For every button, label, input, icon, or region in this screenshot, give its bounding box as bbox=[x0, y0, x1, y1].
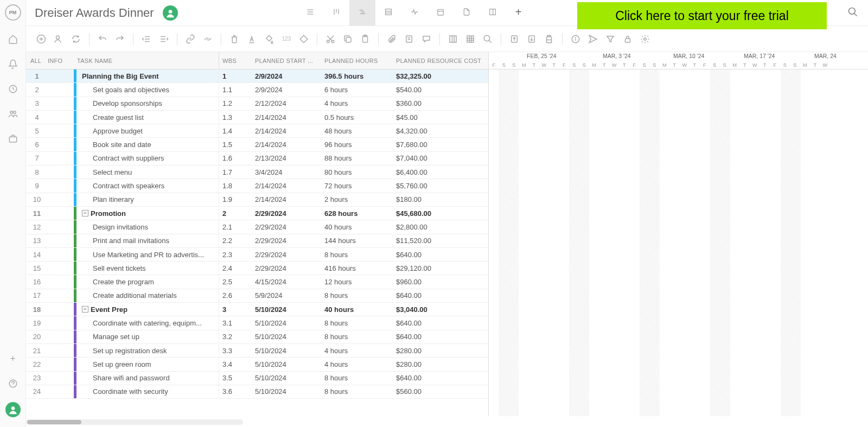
note-icon[interactable] bbox=[401, 31, 417, 47]
unlink-icon[interactable] bbox=[200, 31, 215, 47]
task-name: Contract with speakers bbox=[93, 182, 164, 190]
collapse-icon[interactable]: − bbox=[82, 306, 88, 313]
col-wbs[interactable]: WBS bbox=[219, 58, 252, 64]
filter-icon[interactable] bbox=[603, 31, 618, 47]
view-gantt-icon[interactable] bbox=[349, 0, 375, 26]
task-row[interactable]: 16Create the program2.54/15/202412 hours… bbox=[26, 275, 488, 289]
task-row[interactable]: 17Create additional materials2.65/9/2024… bbox=[26, 289, 488, 303]
task-row[interactable]: 1Planning the Big Event12/9/2024396.5 ho… bbox=[26, 69, 488, 83]
settings-icon[interactable] bbox=[637, 31, 653, 47]
view-sheet-icon[interactable] bbox=[375, 0, 401, 26]
col-taskname[interactable]: TASK NAME bbox=[74, 52, 219, 69]
task-row[interactable]: 18−Event Prep35/10/202440 hours$3,040.00 bbox=[26, 303, 488, 316]
task-row[interactable]: 14Use Marketing and PR to advertis...2.3… bbox=[26, 248, 488, 262]
tag-icon[interactable] bbox=[296, 31, 311, 47]
import-icon[interactable] bbox=[507, 31, 522, 47]
print-icon[interactable] bbox=[541, 31, 557, 47]
briefcase-icon[interactable] bbox=[7, 132, 20, 145]
task-row[interactable]: 13Print and mail invitations2.22/29/2024… bbox=[26, 234, 488, 248]
view-calendar-icon[interactable] bbox=[427, 0, 454, 26]
view-panel-icon[interactable] bbox=[480, 0, 506, 26]
export-icon[interactable] bbox=[524, 31, 539, 47]
task-row[interactable]: 11−Promotion22/29/2024628 hours$45,680.0… bbox=[26, 207, 488, 220]
task-name: Plan itinerary bbox=[93, 195, 134, 203]
task-row[interactable]: 5Approve budget1.42/14/202448 hours$4,32… bbox=[26, 124, 488, 138]
view-add-icon[interactable]: + bbox=[506, 0, 532, 26]
collapse-icon[interactable]: − bbox=[82, 210, 88, 216]
attach-icon[interactable] bbox=[384, 31, 399, 47]
task-name: Develop sponsorships bbox=[93, 99, 162, 107]
month-label: MAR, 3 '24 bbox=[603, 53, 631, 59]
link-icon[interactable] bbox=[183, 31, 198, 47]
task-row[interactable]: 9Contract with speakers1.82/14/202472 ho… bbox=[26, 179, 488, 193]
indent-icon[interactable] bbox=[156, 31, 171, 47]
col-info[interactable]: INFO bbox=[48, 58, 74, 64]
task-row[interactable]: 4Create guest list1.32/14/20240.5 hours$… bbox=[26, 111, 488, 124]
help-icon[interactable] bbox=[7, 377, 20, 390]
lock-icon[interactable] bbox=[620, 31, 635, 47]
app-logo[interactable]: PM bbox=[5, 4, 21, 21]
comment-icon[interactable] bbox=[419, 31, 434, 47]
send-icon[interactable] bbox=[585, 31, 601, 47]
month-label: FEB, 25 '24 bbox=[527, 53, 557, 59]
gantt-chart[interactable]: FEB, 25 '24MAR, 3 '24MAR, 10 '24MAR, 17 … bbox=[488, 52, 868, 416]
free-trial-banner[interactable]: Click here to start your free trial bbox=[577, 2, 827, 29]
add-task-icon[interactable] bbox=[34, 31, 49, 47]
search-icon[interactable] bbox=[847, 7, 858, 19]
col-cost[interactable]: PLANNED RESOURCE COST bbox=[393, 58, 485, 64]
col-start[interactable]: PLANNED START ... bbox=[252, 58, 321, 64]
team-icon[interactable] bbox=[7, 107, 20, 120]
columns-icon[interactable] bbox=[445, 31, 461, 47]
task-row[interactable]: 12Design invitations2.12/29/202440 hours… bbox=[26, 220, 488, 234]
bell-icon[interactable] bbox=[7, 58, 20, 71]
copy-icon[interactable] bbox=[340, 31, 355, 47]
view-file-icon[interactable] bbox=[454, 0, 480, 26]
task-name: Approve budget bbox=[93, 127, 143, 135]
task-row[interactable]: 15Sell event tickets2.42/29/2024416 hour… bbox=[26, 262, 488, 275]
undo-icon[interactable] bbox=[95, 31, 110, 47]
grid-icon[interactable] bbox=[463, 31, 478, 47]
view-list-icon[interactable] bbox=[297, 0, 323, 26]
clock-icon[interactable] bbox=[7, 82, 20, 95]
task-row[interactable]: 23Share wifi and password3.55/10/20248 h… bbox=[26, 372, 488, 385]
task-row[interactable]: 24Coordinate with security3.65/10/20248 … bbox=[26, 385, 488, 399]
outdent-icon[interactable] bbox=[139, 31, 154, 47]
project-avatar[interactable] bbox=[163, 5, 178, 21]
task-row[interactable]: 21Set up registration desk3.35/10/20244 … bbox=[26, 344, 488, 358]
add-icon[interactable]: + bbox=[7, 352, 20, 365]
zoom-icon[interactable] bbox=[480, 31, 495, 47]
svg-point-64 bbox=[576, 37, 576, 37]
delete-icon[interactable] bbox=[227, 31, 242, 47]
task-row[interactable]: 10Plan itinerary1.92/14/20242 hours$180.… bbox=[26, 193, 488, 207]
view-activity-icon[interactable] bbox=[401, 0, 427, 26]
task-row[interactable]: 6Book site and date1.52/14/202496 hours$… bbox=[26, 138, 488, 151]
svg-rect-16 bbox=[385, 9, 391, 15]
task-row[interactable]: 7Contract with suppliers1.62/13/202488 h… bbox=[26, 152, 488, 165]
month-label: MAR, 17 '24 bbox=[744, 53, 775, 59]
svg-rect-61 bbox=[547, 35, 551, 36]
view-board-icon[interactable] bbox=[323, 0, 349, 26]
user-avatar[interactable] bbox=[5, 402, 21, 417]
assign-icon[interactable] bbox=[51, 31, 66, 47]
refresh-icon[interactable] bbox=[68, 31, 84, 47]
task-row[interactable]: 20Manage set up3.25/10/20248 hours$640.0… bbox=[26, 330, 488, 344]
horizontal-scrollbar[interactable] bbox=[26, 419, 243, 425]
text-color-icon[interactable] bbox=[244, 31, 259, 47]
fill-color-icon[interactable] bbox=[261, 31, 277, 47]
task-row[interactable]: 8Select menu1.73/4/202480 hours$6,400.00 bbox=[26, 165, 488, 179]
svg-point-66 bbox=[644, 37, 647, 40]
col-hours[interactable]: PLANNED HOURS bbox=[321, 58, 393, 64]
svg-rect-49 bbox=[467, 36, 474, 42]
paste-icon[interactable] bbox=[358, 31, 373, 47]
cut-icon[interactable] bbox=[323, 31, 338, 47]
number-icon[interactable]: 123 bbox=[279, 31, 294, 47]
info-icon[interactable] bbox=[568, 31, 583, 47]
redo-icon[interactable] bbox=[112, 31, 127, 47]
home-icon[interactable] bbox=[7, 33, 20, 46]
task-row[interactable]: 19Coordinate with catering, equipm...3.1… bbox=[26, 316, 488, 330]
task-name: Use Marketing and PR to advertis... bbox=[93, 251, 204, 259]
task-row[interactable]: 2Set goals and objectives1.12/9/20246 ho… bbox=[26, 83, 488, 97]
task-row[interactable]: 3Develop sponsorships1.22/12/20244 hours… bbox=[26, 97, 488, 111]
col-all[interactable]: ALL bbox=[26, 58, 48, 64]
task-row[interactable]: 22Set up green room3.45/10/20244 hours$2… bbox=[26, 358, 488, 371]
